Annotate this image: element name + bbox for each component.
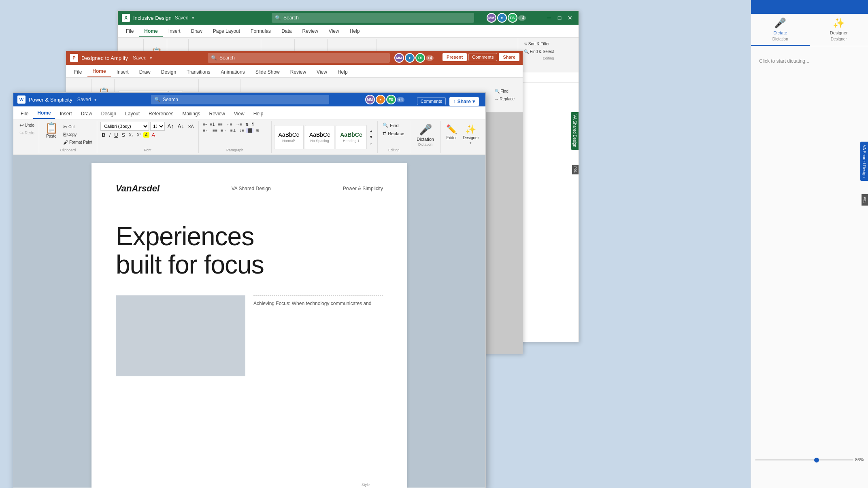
word-tab-view[interactable]: View [230, 108, 249, 119]
italic-btn[interactable]: I [108, 132, 112, 138]
ppt-tab-help[interactable]: Help [333, 67, 353, 77]
numbered-list-btn[interactable]: ≡1 [209, 122, 216, 127]
excel-tab-home[interactable]: Home [139, 26, 162, 37]
line-spacing-btn[interactable]: ↕≡ [238, 128, 245, 133]
excel-tab-draw[interactable]: Draw [186, 26, 207, 37]
ppt-share-btn[interactable]: Share [499, 53, 519, 61]
ppt-replace-btn[interactable]: ↔ Replace [493, 96, 516, 102]
excel-tab-data[interactable]: Data [277, 26, 296, 37]
word-replace-btn[interactable]: ⇄ Replace [381, 130, 406, 137]
show-para-btn[interactable]: ¶ [251, 122, 255, 127]
align-right-btn[interactable]: ≡→ [219, 128, 228, 133]
ppt-tab-home[interactable]: Home [87, 66, 111, 77]
word-tab-layout[interactable]: Layout [121, 108, 144, 119]
word-copy-btn[interactable]: ⎘ Copy [62, 131, 94, 138]
excel-search-bar[interactable]: 🔍 Search [272, 13, 474, 23]
word-format-paint-btn[interactable]: 🖌 Format Paint [62, 139, 94, 146]
bullet-list-btn[interactable]: ≡• [202, 122, 208, 127]
word-tab-design[interactable]: Design [97, 108, 120, 119]
frp-tab-dictate[interactable]: 🎤 Dictate Dictation [751, 14, 810, 46]
collab-plus[interactable]: +4 [518, 15, 526, 21]
excel-tab-review[interactable]: Review [297, 26, 323, 37]
justify-btn[interactable]: ≡⊥ [229, 128, 238, 133]
clear-format-btn[interactable]: ✕A [187, 124, 195, 129]
word-designer-btn[interactable]: ✨ Designer ▾ [460, 123, 481, 151]
ppt-tab-view[interactable]: View [312, 67, 332, 77]
word-fontsize-dropdown[interactable]: 11 [150, 122, 165, 131]
excel-tab-help[interactable]: Help [345, 26, 365, 37]
designer-dropdown[interactable]: ▾ [470, 141, 472, 145]
vertical-p01-tab[interactable]: P01 [862, 194, 868, 206]
increase-indent-btn[interactable]: →≡ [234, 122, 243, 127]
ppt-find-btn[interactable]: 🔍 Find [493, 88, 516, 94]
highlight-btn[interactable]: A [143, 132, 149, 138]
align-center-btn[interactable]: ≡≡ [211, 128, 219, 133]
word-redo-btn[interactable]: ↪ Redo [18, 129, 36, 136]
word-title-arrow[interactable]: ▾ [94, 97, 97, 102]
word-tab-references[interactable]: References [145, 108, 177, 119]
styles-scroll-down[interactable]: ▼ [368, 134, 374, 140]
word-tab-mailings[interactable]: Mailings [178, 108, 204, 119]
ppt-collab-plus[interactable]: +4 [426, 55, 434, 61]
bold-btn[interactable]: B [100, 132, 106, 138]
font-color-btn[interactable]: A [151, 132, 157, 138]
multilevel-list-btn[interactable]: ≡≡ [217, 122, 224, 127]
ppt-tab-transitions[interactable]: Transitions [182, 67, 215, 77]
word-tab-file[interactable]: File [17, 108, 32, 119]
sort-filter-btn[interactable]: ⇅ Sort & Filter [522, 41, 574, 47]
word-tab-review[interactable]: Review [205, 108, 229, 119]
ppt-present-btn[interactable]: Present [443, 53, 467, 61]
minimize-button[interactable]: ─ [545, 13, 553, 22]
strikethrough-btn[interactable]: S [121, 132, 127, 138]
ppt-tab-file[interactable]: File [69, 67, 87, 77]
word-paste-btn[interactable]: 📋 Paste [43, 122, 60, 139]
word-undo-btn[interactable]: ↩ Undo [18, 122, 36, 129]
frp-tab-designer[interactable]: ✨ Designer Designer [810, 14, 868, 46]
excel-tab-file[interactable]: File [121, 26, 138, 37]
excel-tab-formulas[interactable]: Formulas [246, 26, 276, 37]
style-heading1[interactable]: AaBbCc Heading 1 [336, 125, 366, 149]
word-share-btn[interactable]: ↑ Share ▾ [449, 97, 479, 106]
ppt-tab-draw[interactable]: Draw [134, 67, 155, 77]
word-tab-insert[interactable]: Insert [56, 108, 76, 119]
ppt-search-bar[interactable]: 🔍 Search [208, 53, 390, 63]
font-shrink-btn[interactable]: A↓ [177, 123, 185, 130]
subscript-btn[interactable]: X₂ [128, 132, 134, 138]
excel-title-arrow[interactable]: ▾ [192, 15, 194, 21]
word-search-bar[interactable]: 🔍 Search [151, 95, 329, 104]
word-cut-btn[interactable]: ✂ Cut [62, 123, 94, 130]
styles-scroll-up[interactable]: ▲ [368, 128, 374, 134]
font-grow-btn[interactable]: A↑ [166, 123, 175, 130]
style-no-spacing[interactable]: AaBbCc No Spacing [305, 125, 334, 149]
word-editor-btn[interactable]: ✏️ Editor [444, 123, 460, 151]
shading-btn[interactable]: ⬛ [246, 128, 253, 133]
share-dropdown-arrow[interactable]: ▾ [472, 99, 475, 104]
superscript-btn[interactable]: X² [136, 132, 142, 138]
excel-tab-view[interactable]: View [324, 26, 344, 37]
word-tab-help[interactable]: Help [249, 108, 268, 119]
excel-vertical-tab2[interactable]: P01 [572, 165, 579, 174]
find-select-btn[interactable]: 🔍 Find & Select [522, 49, 574, 55]
word-find-btn[interactable]: 🔍 Find [381, 122, 400, 129]
decrease-indent-btn[interactable]: ←≡ [225, 122, 234, 127]
zoom-slider[interactable] [814, 458, 819, 463]
ppt-tab-insert[interactable]: Insert [112, 67, 134, 77]
ppt-tab-review[interactable]: Review [285, 67, 311, 77]
excel-tab-pagelayout[interactable]: Page Layout [208, 26, 245, 37]
ppt-title-arrow[interactable]: ▾ [150, 55, 152, 61]
maximize-button[interactable]: □ [555, 13, 564, 22]
sort-btn[interactable]: ⇅ [244, 122, 250, 127]
word-font-dropdown[interactable]: Calibri (Body) [100, 122, 149, 131]
word-dictate-btn[interactable]: 🎤 Dictation Dictation [413, 122, 437, 148]
vertical-shared-design-tab[interactable]: VA Shared Design [860, 142, 868, 181]
word-tab-draw[interactable]: Draw [77, 108, 96, 119]
ppt-comments-btn[interactable]: Comments [468, 53, 497, 61]
underline-btn[interactable]: U [113, 132, 119, 138]
ppt-tab-slideshow[interactable]: Slide Show [251, 67, 285, 77]
excel-tab-insert[interactable]: Insert [164, 26, 185, 37]
borders-btn[interactable]: ⊞ [254, 128, 260, 133]
ppt-tab-design[interactable]: Design [156, 67, 181, 77]
close-button[interactable]: ✕ [566, 13, 574, 22]
ppt-tab-animations[interactable]: Animations [216, 67, 249, 77]
styles-expand[interactable]: ⌄ [368, 140, 374, 146]
